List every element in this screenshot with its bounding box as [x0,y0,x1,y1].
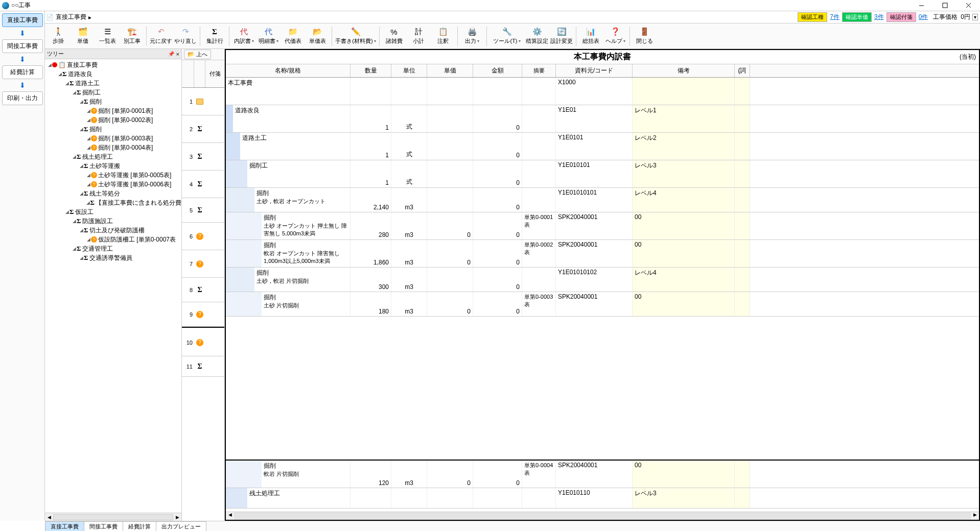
tb-soukatsu[interactable]: 📊総括表 [578,25,603,48]
tb-sekisan[interactable]: ⚙️積算設定 [525,25,549,48]
price-dropdown-icon[interactable]: ▾ [972,14,978,20]
change-icon: 🔄 [557,27,566,36]
tb-betsu[interactable]: 🏗️別工事 [120,25,144,48]
card-icon: 🗂️ [78,27,87,36]
building-icon: 🏗️ [127,27,136,36]
badge-confirm-tag[interactable]: 確認付箋 [886,12,916,22]
tb-uchiwake[interactable]: 代内訳書▾ [231,25,256,48]
breadcrumb-arrow-icon: ▸ [88,14,91,21]
list-icon: ☰ [103,27,112,36]
help-icon: ❓ [611,27,620,36]
folder2-icon: 📂 [313,27,322,36]
note-icon: 📋 [438,27,448,36]
link-confirm-tag-count[interactable]: 0件 [919,13,928,21]
tb-meisai[interactable]: 代明細書▾ [256,25,281,48]
chart-icon: 📊 [586,27,595,36]
tb-ichiran[interactable]: ☰一覧表 [95,25,120,48]
close-button[interactable] [956,0,980,11]
wrench-icon: 🔧 [502,27,511,36]
app-icon [2,2,9,9]
folder-icon: 📁 [288,27,297,36]
door-icon: 🚪 [640,27,649,36]
pencil-icon: ✏️ [351,27,360,36]
tb-shozatsu[interactable]: %諸雑費 [382,25,406,48]
svg-rect-1 [943,3,947,8]
redo-icon: ↷ [181,27,190,36]
doc-blue-icon: 代 [264,27,273,36]
percent-icon: % [389,27,399,36]
tb-shukei[interactable]: Σ集計行 [202,25,227,48]
tb-redo[interactable]: ↷やり直し [173,25,198,48]
tb-help[interactable]: ❓ヘルプ▾ [603,25,627,48]
undo-icon: ↶ [156,27,166,36]
tb-undo[interactable]: ↶元に戻す [149,25,173,48]
link-confirm-price-count[interactable]: 3件 [874,13,884,21]
titlebar: ○○工事 [0,0,980,11]
sigma-icon: Σ [210,27,219,36]
doc-red-icon: 代 [239,27,248,36]
tb-daika[interactable]: 📁代価表 [281,25,305,48]
tb-tanka[interactable]: 🗂️単価 [71,25,95,48]
link-confirm-type-count[interactable]: 7件 [830,13,839,21]
walk-icon: 🚶 [54,27,63,36]
tb-sekkei[interactable]: 🔄設計変更 [549,25,574,48]
tb-shokei[interactable]: 計小計 [406,25,431,48]
tb-tegaki[interactable]: ✏️手書き(材料費)▾ [334,25,377,48]
printer-icon: 🖨️ [468,27,477,36]
tb-tool[interactable]: 🔧ツール(T)▾ [489,25,525,48]
nav-direct-cost[interactable]: 直接工事費 [2,13,43,27]
breadcrumb-bar: 📄 直接工事費 ▸ 確認工種 7件 確認単価 3件 確認付箋 0件 工事価格 0… [0,11,980,23]
tb-tankahyo[interactable]: 📂単価表 [305,25,330,48]
tb-close[interactable]: 🚪閉じる [632,25,657,48]
badge-confirm-price[interactable]: 確認単価 [842,12,872,22]
toolbar: 🚶歩掛 🗂️単価 ☰一覧表 🏗️別工事 ↶元に戻す ↷やり直し Σ集計行 代内訳… [0,23,980,49]
nav-arrow-icon: ⬇ [0,29,44,37]
gear-icon: ⚙️ [532,27,542,36]
calc-icon: 計 [414,27,423,36]
project-price-label: 工事価格 [933,13,958,21]
tb-output[interactable]: 🖨️出力▾ [460,25,484,48]
tb-chushaku[interactable]: 📋注釈 [431,25,455,48]
window-title: ○○工事 [11,1,909,10]
badge-confirm-type[interactable]: 確認工種 [798,12,827,22]
nav-indirect-cost[interactable]: 間接工事費 [2,39,43,49]
breadcrumb-text[interactable]: 直接工事費 [56,13,86,21]
maximize-button[interactable] [933,0,956,11]
project-price-value: 0円 [961,13,970,21]
tb-bukake[interactable]: 🚶歩掛 [46,25,71,48]
left-nav: 直接工事費 ⬇ 間接工事費 ⬇ 経費計算 ⬇ 印刷・出力 [0,11,45,49]
breadcrumb-icon: 📄 [46,14,54,21]
minimize-button[interactable] [909,0,933,11]
